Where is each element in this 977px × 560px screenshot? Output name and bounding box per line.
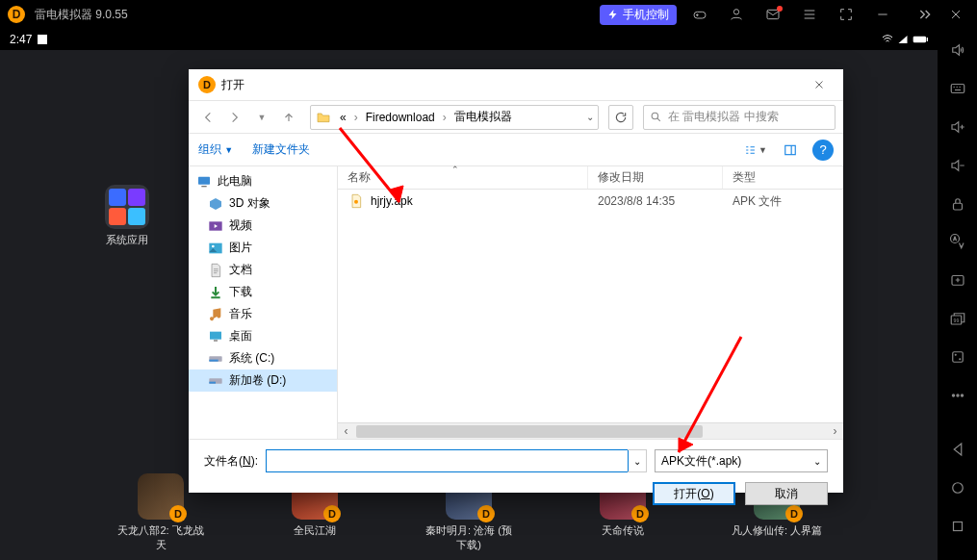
sidebar-item-drive-c[interactable]: 系统 (C:) <box>189 347 337 369</box>
sidebar-item-documents[interactable]: 文档 <box>189 259 337 281</box>
system-apps-folder[interactable]: 系统应用 <box>98 185 156 247</box>
volume-up-icon[interactable] <box>945 38 970 62</box>
svg-rect-4 <box>913 37 926 43</box>
preview-pane-button[interactable] <box>778 140 803 161</box>
breadcrumb-seg-ellipsis[interactable]: « <box>336 106 350 129</box>
scrollbar-thumb[interactable] <box>356 425 703 438</box>
gamepad-icon[interactable] <box>686 1 713 28</box>
android-status-bar: 2:47 <box>0 29 938 50</box>
image-icon <box>208 241 223 256</box>
sort-indicator-icon: ⌃ <box>451 165 459 174</box>
back-icon[interactable] <box>945 438 970 461</box>
scroll-right-icon[interactable]: › <box>827 423 843 440</box>
svg-rect-35 <box>209 381 216 383</box>
filename-input[interactable] <box>266 449 629 472</box>
battery-icon <box>913 35 928 44</box>
filename-dropdown[interactable]: ⌄ <box>628 449 647 472</box>
dialog-toolbar: 组织 ▼ 新建文件夹 ▼ ? <box>189 133 843 165</box>
lock-icon[interactable] <box>945 192 970 216</box>
fullscreen-icon[interactable] <box>833 1 860 28</box>
svg-text:99: 99 <box>953 318 959 323</box>
file-list-area[interactable]: ⌃ 名称 修改日期 类型 hjrjy.apk 2023/8/8 14:35 AP… <box>338 166 843 439</box>
nav-forward-button[interactable] <box>223 106 246 129</box>
nav-up-button[interactable] <box>277 106 300 129</box>
file-date: 2023/8/8 14:35 <box>588 194 723 208</box>
recent-icon[interactable] <box>945 515 970 538</box>
dialog-sidebar[interactable]: 此电脑 3D 对象 视频 图片 文档 下载 音乐 桌面 系统 (C:) 新加卷 … <box>189 166 338 439</box>
scroll-left-icon[interactable]: ‹ <box>338 423 354 440</box>
phone-control-button[interactable]: 手机控制 <box>600 5 677 25</box>
document-icon <box>208 263 223 278</box>
sidebar-item-downloads[interactable]: 下载 <box>189 281 337 303</box>
sidebar-item-music[interactable]: 音乐 <box>189 303 337 325</box>
filetype-select[interactable]: APK文件(*.apk) ⌄ <box>655 449 828 472</box>
chevron-right-icon: › <box>354 111 358 124</box>
refresh-button[interactable] <box>608 105 633 130</box>
sidebar-item-desktop[interactable]: 桌面 <box>189 325 337 347</box>
svg-rect-33 <box>209 359 218 361</box>
svg-point-36 <box>354 200 358 204</box>
wifi-icon <box>882 34 893 45</box>
drive-icon <box>208 373 223 389</box>
more-icon[interactable] <box>945 384 970 407</box>
mail-icon[interactable] <box>759 1 786 28</box>
volume-minus-icon[interactable] <box>945 154 970 177</box>
file-row[interactable]: hjrjy.apk 2023/8/8 14:35 APK 文件 <box>338 190 843 213</box>
account-icon[interactable] <box>723 1 750 28</box>
help-button[interactable]: ? <box>812 140 834 161</box>
desktop-icon <box>208 329 223 344</box>
menu-icon[interactable] <box>796 1 823 28</box>
column-date[interactable]: 修改日期 <box>588 166 723 189</box>
sidebar-item-3d[interactable]: 3D 对象 <box>189 192 337 215</box>
dialog-logo-icon: D <box>198 76 216 93</box>
volume-plus-icon[interactable] <box>945 115 970 139</box>
search-placeholder: 在 雷电模拟器 中搜索 <box>668 109 779 125</box>
breadcrumb[interactable]: « › Firedownload › 雷电模拟器 ⌄ <box>310 105 599 130</box>
column-name[interactable]: 名称 <box>338 166 588 189</box>
sidebar-item-videos[interactable]: 视频 <box>189 215 337 237</box>
file-type: APK 文件 <box>723 193 791 210</box>
column-type[interactable]: 类型 <box>723 166 843 189</box>
svg-point-29 <box>212 244 215 247</box>
breadcrumb-seg-1[interactable]: Firedownload <box>362 106 439 129</box>
svg-rect-25 <box>198 176 210 184</box>
organize-button[interactable]: 组织 ▼ <box>198 141 233 158</box>
new-folder-button[interactable]: 新建文件夹 <box>252 141 310 158</box>
sync-icon[interactable] <box>945 345 970 369</box>
breadcrumb-seg-2[interactable]: 雷电模拟器 <box>450 106 516 129</box>
view-details-button[interactable]: ▼ <box>743 140 768 161</box>
file-open-dialog: D 打开 ▼ « › Firedownload › 雷电模拟器 ⌄ 在 雷电模拟… <box>189 69 843 493</box>
pc-icon <box>196 174 212 190</box>
keyboard-icon[interactable] <box>945 77 970 100</box>
close-icon[interactable] <box>942 1 969 28</box>
filename-label: 文件名(N): <box>204 453 258 470</box>
sidebar-item-drive-d[interactable]: 新加卷 (D:) <box>189 369 337 392</box>
collapse-sidebar-icon[interactable] <box>913 0 938 29</box>
svg-point-16 <box>955 354 956 355</box>
system-apps-label: 系统应用 <box>98 233 156 247</box>
svg-point-17 <box>959 359 960 360</box>
svg-rect-5 <box>927 38 928 41</box>
search-input[interactable]: 在 雷电模拟器 中搜索 <box>643 105 836 130</box>
file-name: hjrjy.apk <box>371 194 413 208</box>
nav-recent-dropdown[interactable]: ▼ <box>250 106 273 129</box>
home-icon[interactable] <box>945 476 970 499</box>
translate-icon[interactable] <box>945 230 970 253</box>
nav-back-button[interactable] <box>196 106 219 129</box>
minimize-icon[interactable] <box>869 1 896 28</box>
chevron-right-icon: › <box>443 111 447 124</box>
horizontal-scrollbar[interactable]: ‹ › <box>338 422 843 439</box>
sidebar-item-pictures[interactable]: 图片 <box>189 237 337 259</box>
sidebar-item-thispc[interactable]: 此电脑 <box>189 170 337 192</box>
cancel-button[interactable]: 取消 <box>745 482 828 505</box>
download-icon <box>208 285 223 300</box>
multi-instance-icon[interactable]: 99 <box>945 307 970 330</box>
side-toolbar: 99 <box>938 29 977 560</box>
screenshot-icon[interactable] <box>945 268 970 292</box>
open-button[interactable]: 打开(O) <box>653 482 735 505</box>
breadcrumb-dropdown[interactable]: ⌄ <box>586 112 594 122</box>
file-list-headers[interactable]: ⌃ 名称 修改日期 类型 <box>338 166 843 190</box>
svg-point-18 <box>952 395 954 396</box>
dialog-close-button[interactable] <box>805 70 834 99</box>
apk-file-icon <box>347 192 365 210</box>
